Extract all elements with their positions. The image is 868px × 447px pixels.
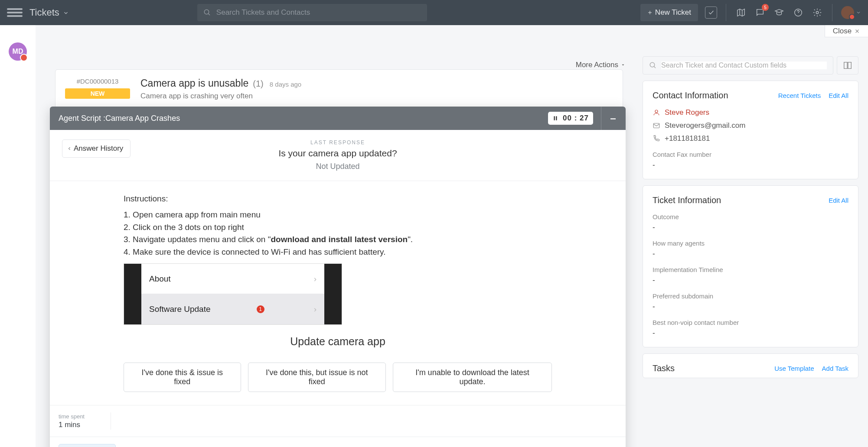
svg-point-0 (204, 10, 209, 14)
chat-icon[interactable]: 5 (754, 6, 766, 19)
chevron-right-icon: › (314, 304, 317, 314)
edit-all-link[interactable]: Edit All (829, 92, 848, 99)
field-label: Best non-voip contact number (653, 319, 848, 326)
svg-rect-8 (610, 118, 616, 119)
svg-rect-5 (653, 123, 659, 128)
step-bold: download and install latest version (271, 235, 408, 244)
chevron-down-icon (63, 10, 69, 16)
field-value: - (653, 329, 848, 337)
tasks-panel: Tasks Use Template Add Task (643, 353, 858, 378)
user-avatar[interactable]: MD (9, 42, 27, 61)
pause-icon (552, 115, 558, 121)
agent-script-modal: Agent Script : Camera App Crashes 00 : 2… (50, 107, 626, 447)
contact-panel-title: Contact Information (653, 91, 728, 100)
user-icon (653, 109, 660, 117)
field-block: How many agents- (653, 240, 848, 258)
add-to-ticket-button[interactable]: Add to Ticket (59, 444, 116, 447)
divider (726, 4, 726, 21)
edit-all-link[interactable]: Edit All (829, 197, 848, 204)
check-icon[interactable] (705, 6, 717, 19)
contact-name-row[interactable]: Steve Rogers (653, 108, 848, 117)
option-unable-button[interactable]: I'm unable to download the latest update… (393, 363, 552, 392)
last-response-answer: Not Updated (60, 162, 615, 171)
help-icon[interactable] (792, 6, 804, 19)
chevron-right-icon: › (314, 274, 317, 284)
last-response-label: LAST RESPONSE (60, 139, 615, 146)
field-block: Best non-voip contact number- (653, 319, 848, 337)
contact-phone: +1811818181 (665, 134, 710, 143)
field-label: Outcome (653, 213, 848, 220)
svg-rect-7 (556, 116, 557, 120)
modal-header-name: Camera App Crashes (105, 114, 180, 123)
phone-screenshot: About › Software Update 1 › (124, 263, 342, 325)
add-task-link[interactable]: Add Task (822, 365, 848, 372)
custom-fields-search[interactable] (643, 56, 833, 74)
modal-header: Agent Script : Camera App Crashes 00 : 2… (50, 107, 626, 130)
phone-icon (653, 135, 660, 143)
new-ticket-label: New Ticket (655, 8, 691, 17)
use-template-link[interactable]: Use Template (774, 365, 814, 372)
map-icon[interactable] (735, 6, 747, 19)
left-rail: MD (0, 25, 36, 447)
timer[interactable]: 00 : 27 (548, 112, 593, 125)
divider (601, 107, 601, 130)
fax-value: - (653, 161, 848, 169)
minimize-button[interactable] (609, 114, 617, 123)
modal-footer-time: time spent 1 mins (50, 405, 626, 437)
contact-email-row[interactable]: Steverogers@gmail.com (653, 121, 848, 130)
avatar-initials: MD (13, 48, 23, 55)
update-badge: 1 (257, 305, 264, 313)
instruction-step: 2. Click on the 3 dots on top right (124, 221, 552, 234)
ticket-status-badge: NEW (65, 88, 130, 99)
title-text: Tickets (29, 7, 59, 18)
svg-point-3 (650, 62, 655, 67)
gear-icon[interactable] (811, 6, 823, 19)
custom-fields-search-input[interactable] (661, 62, 827, 69)
graduation-icon[interactable] (773, 6, 785, 19)
contact-info-panel: Contact Information Recent Tickets Edit … (643, 81, 858, 179)
topbar-right: New Ticket 5 (640, 4, 861, 21)
field-block: Preferred subdomain- (653, 292, 848, 311)
last-response-question: Is your camera app updated? (60, 148, 615, 159)
more-actions-menu[interactable]: More Actions (576, 61, 625, 69)
hamburger-icon[interactable] (7, 5, 23, 20)
avatar (841, 6, 854, 19)
top-bar: Tickets New Ticket 5 (0, 0, 868, 25)
tasks-title: Tasks (653, 363, 675, 373)
ticket-id: #DC00000013 (77, 78, 119, 85)
book-icon-button[interactable] (837, 56, 858, 74)
field-block: Outcome- (653, 213, 848, 232)
new-ticket-button[interactable]: New Ticket (640, 4, 698, 21)
plus-icon (647, 10, 653, 15)
search-icon (649, 62, 657, 69)
profile-menu[interactable] (841, 6, 861, 19)
global-search[interactable] (197, 4, 427, 21)
field-label: How many agents (653, 240, 848, 247)
step-title: Update camera app (124, 335, 552, 348)
field-label: Preferred subdomain (653, 292, 848, 300)
modal-footer-actions: Add to Ticket (50, 437, 626, 447)
modal-header-prefix: Agent Script : (59, 114, 105, 123)
svg-point-4 (655, 110, 658, 113)
topbar-title[interactable]: Tickets (29, 7, 69, 18)
global-search-input[interactable] (216, 8, 421, 17)
answer-history-button[interactable]: Answer History (62, 139, 131, 158)
option-fixed-button[interactable]: I've done this & issue is fixed (124, 363, 241, 392)
ticket-meta: #DC00000013 NEW (65, 78, 130, 100)
modal-body: Instructions: 1. Open camera app from ma… (50, 181, 626, 405)
fax-label: Contact Fax number (653, 151, 848, 158)
custom-fields-search-row (643, 56, 858, 74)
ticket-title: Camera app is unusable (140, 78, 248, 89)
right-sidebar: Contact Information Recent Tickets Edit … (643, 25, 868, 447)
recent-tickets-link[interactable]: Recent Tickets (778, 92, 821, 99)
option-not-fixed-button[interactable]: I've done this, but issue is not fixed (248, 363, 386, 392)
instruction-step: 1. Open camera app from main menu (124, 209, 552, 221)
contact-phone-row[interactable]: +1811818181 (653, 134, 848, 143)
instructions-title: Instructions: (124, 194, 552, 204)
ticket-info-title: Ticket Information (653, 195, 721, 205)
ticket-info-panel: Ticket Information Edit All Outcome- How… (643, 185, 858, 347)
field-label: Implementation Timeline (653, 266, 848, 273)
answer-history-label: Answer History (74, 144, 123, 153)
field-value: - (653, 276, 848, 285)
mail-icon (653, 122, 660, 130)
